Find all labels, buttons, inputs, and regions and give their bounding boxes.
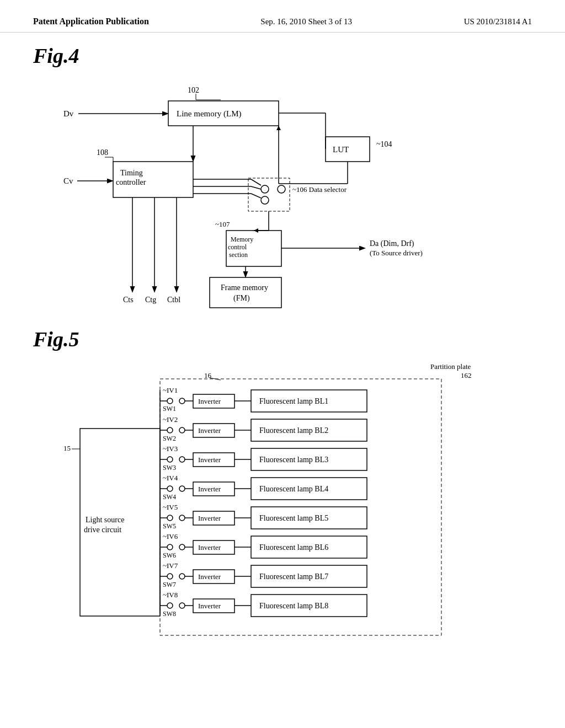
frame-mem-label2: (FM) (233, 294, 250, 303)
timing-ctrl-label2: controller (116, 178, 146, 186)
svg-text:Fluorescent  lamp  BL7: Fluorescent lamp BL7 (259, 572, 328, 581)
cts-label: Cts (123, 296, 134, 304)
svg-text:SW3: SW3 (163, 464, 176, 472)
svg-text:SW1: SW1 (163, 405, 176, 413)
svg-text:~IV6: ~IV6 (163, 532, 178, 540)
svg-text:~IV4: ~IV4 (163, 474, 178, 482)
lut-label: LUT (333, 145, 349, 154)
ref-162: 162 (461, 371, 472, 379)
mem-ctrl-label1: Memory (231, 235, 253, 243)
data-selector-label: ~106 Data selector (292, 185, 347, 194)
svg-text:Fluorescent  lamp  BL8: Fluorescent lamp BL8 (259, 602, 328, 610)
page-header: Patent Application Publication Sep. 16, … (0, 0, 565, 33)
svg-point-86 (179, 515, 185, 521)
svg-line-24 (251, 194, 261, 198)
svg-point-96 (167, 544, 173, 550)
svg-rect-31 (210, 277, 281, 308)
publication-label: Patent Application Publication (33, 17, 149, 26)
svg-text:Inverter: Inverter (198, 456, 221, 464)
svg-point-52 (167, 427, 173, 433)
svg-point-108 (179, 574, 185, 579)
svg-text:~IV5: ~IV5 (163, 503, 178, 511)
svg-text:Inverter: Inverter (198, 543, 221, 552)
fig4-title: Fig.4 (33, 44, 532, 68)
main-content: Fig.4 102 Line memory (LM) Dv LUT ~104 (0, 33, 565, 655)
svg-text:Fluorescent  lamp  BL6: Fluorescent lamp BL6 (259, 543, 328, 552)
svg-text:Fluorescent  lamp  BL4: Fluorescent lamp BL4 (259, 485, 328, 493)
ctbl-label: Ctbl (167, 296, 180, 304)
svg-text:Fluorescent  lamp  BL3: Fluorescent lamp BL3 (259, 456, 328, 464)
cv-label: Cv (63, 176, 73, 185)
mem-ctrl-label3: section (229, 251, 248, 259)
svg-point-64 (179, 457, 185, 462)
svg-text:Fluorescent  lamp  BL2: Fluorescent lamp BL2 (259, 426, 328, 435)
svg-point-63 (167, 457, 173, 462)
svg-text:Inverter: Inverter (198, 602, 221, 610)
to-source-label: (To Source driver) (370, 249, 423, 257)
frame-mem-label1: Frame memory (221, 283, 268, 292)
svg-text:~IV2: ~IV2 (163, 415, 178, 424)
svg-point-17 (261, 196, 269, 204)
svg-text:Fluorescent  lamp  BL1: Fluorescent lamp BL1 (259, 397, 328, 405)
svg-marker-10 (276, 126, 281, 130)
dv-label: Dv (63, 109, 74, 118)
timing-ctrl-label: Timing (120, 169, 143, 177)
ref-15: 15 (63, 444, 71, 452)
line-memory-label: Line memory (LM) (177, 109, 241, 119)
svg-text:SW2: SW2 (163, 435, 176, 442)
svg-point-97 (179, 544, 185, 550)
da-label: Da (Dim, Drf) (370, 239, 414, 248)
svg-point-41 (167, 398, 173, 404)
fig4-diagram: 102 Line memory (LM) Dv LUT ~104 108 (33, 73, 508, 311)
ref-108: 108 (97, 148, 108, 157)
fig5-title: Fig.5 (33, 327, 532, 351)
ref-107: ~107 (215, 220, 230, 228)
svg-text:Inverter: Inverter (198, 397, 221, 405)
svg-text:SW6: SW6 (163, 552, 176, 559)
svg-text:~IV8: ~IV8 (163, 591, 178, 599)
svg-text:Inverter: Inverter (198, 572, 221, 581)
svg-point-85 (167, 515, 173, 521)
svg-point-74 (167, 486, 173, 491)
svg-text:~IV1: ~IV1 (163, 386, 178, 394)
svg-text:Inverter: Inverter (198, 426, 221, 435)
svg-line-22 (251, 186, 261, 189)
svg-text:Inverter: Inverter (198, 514, 221, 522)
mem-ctrl-label2: control (228, 243, 247, 251)
svg-point-75 (179, 486, 185, 491)
fig5-diagram: Partition plate 162 16 15 Light source d… (33, 357, 508, 644)
svg-point-53 (179, 427, 185, 433)
date-sheet-label: Sep. 16, 2010 Sheet 3 of 13 (260, 17, 352, 26)
svg-text:~IV7: ~IV7 (163, 561, 178, 570)
patent-number-label: US 2010/231814 A1 (464, 17, 532, 26)
svg-point-16 (278, 185, 285, 193)
svg-point-119 (179, 603, 185, 608)
svg-text:Fluorescent  lamp  BL5: Fluorescent lamp BL5 (259, 514, 328, 522)
light-src-label1: Light source (86, 516, 124, 524)
svg-text:Inverter: Inverter (198, 485, 221, 493)
ref-102: 102 (188, 86, 199, 94)
svg-text:SW5: SW5 (163, 522, 176, 530)
light-src-label2: drive circuit (84, 526, 121, 534)
ctg-label: Ctg (145, 296, 156, 304)
svg-marker-30 (254, 228, 258, 233)
svg-text:~IV3: ~IV3 (163, 445, 178, 453)
svg-point-118 (167, 603, 173, 608)
svg-text:SW7: SW7 (163, 581, 176, 588)
svg-point-107 (167, 574, 173, 579)
lut-ref: ~104 (376, 140, 392, 148)
svg-point-15 (261, 185, 269, 193)
partition-plate-label: Partition plate (430, 362, 471, 371)
svg-text:SW4: SW4 (163, 493, 176, 501)
svg-point-42 (179, 398, 185, 404)
svg-text:SW8: SW8 (163, 610, 176, 618)
svg-line-20 (251, 179, 261, 185)
